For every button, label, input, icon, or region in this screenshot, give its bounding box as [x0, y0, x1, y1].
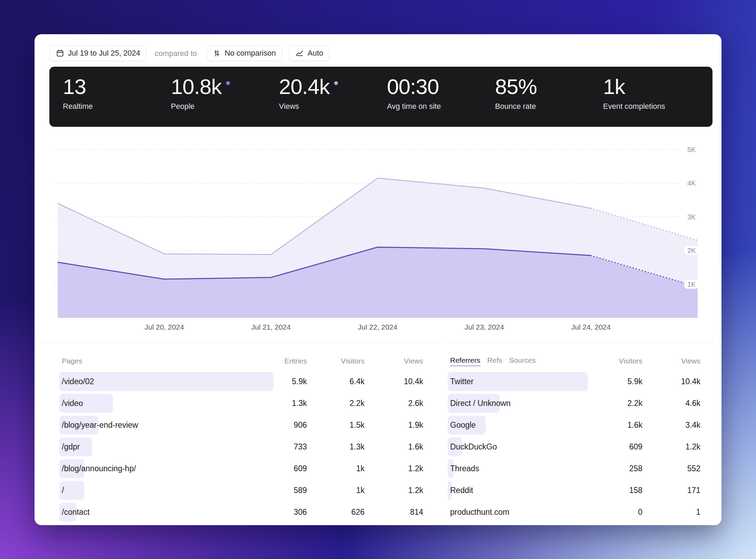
row-views: 4.6k: [642, 399, 700, 408]
line-chart-icon: [295, 49, 304, 57]
table-rows: /video/025.9k6.4k10.4k/video1.3k2.2k2.6k…: [43, 371, 437, 523]
tab-sources[interactable]: Sources: [509, 356, 536, 364]
table-row[interactable]: Twitter5.9k10.4k: [444, 371, 713, 392]
row-label: /: [62, 486, 64, 495]
pages-panel: PagesEntriesVisitorsViews/video/025.9k6.…: [43, 343, 437, 525]
row-label: Reddit: [450, 486, 473, 495]
series-color-dot: [226, 81, 230, 85]
x-axis-label: Jul 22, 2024: [358, 323, 397, 331]
interval-label: Auto: [308, 49, 323, 58]
row-label: /video/02: [62, 377, 94, 386]
row-views: 814: [365, 508, 423, 517]
table-row[interactable]: /video/025.9k6.4k10.4k: [43, 371, 437, 392]
row-visitors: 609: [584, 442, 642, 452]
table-row[interactable]: /blog/announcing-hp/6091k1.2k: [43, 458, 437, 480]
table-row[interactable]: Google1.6k3.4k: [444, 414, 713, 436]
row-label: DuckDuckGo: [450, 442, 497, 451]
table-row[interactable]: /video1.3k2.2k2.6k: [43, 392, 437, 414]
row-views: 1.6k: [365, 442, 423, 452]
table-row[interactable]: producthunt.com01: [444, 501, 713, 523]
y-axis-label: 5K: [684, 145, 699, 154]
stats-bar: 13Realtime10.8kPeople20.4kViews00:30Avg …: [49, 67, 713, 127]
stat-value: 1k: [603, 75, 625, 98]
x-axis-label: Jul 24, 2024: [571, 323, 611, 331]
row-views: 1.2k: [365, 464, 423, 473]
row-entries: 306: [248, 508, 307, 517]
row-visitors: 626: [307, 508, 365, 517]
compared-to-label: compared to: [155, 49, 197, 58]
tab-referrers[interactable]: Referrers: [450, 356, 481, 366]
x-axis-label: Jul 21, 2024: [251, 323, 291, 331]
row-entries: 609: [248, 464, 307, 473]
table-header: PagesEntriesVisitorsViews: [43, 356, 437, 367]
row-views: 1.2k: [642, 442, 700, 452]
column-header-views: Views: [365, 357, 423, 365]
row-visitors: 1.3k: [307, 442, 365, 452]
stat-value: 13: [63, 75, 86, 98]
row-visitors: 2.2k: [307, 399, 365, 408]
row-visitors: 1.5k: [307, 420, 365, 430]
column-header-entries: Entries: [248, 357, 307, 365]
y-axis-label: 3K: [684, 212, 699, 221]
row-views: 1.9k: [365, 420, 423, 430]
row-views: 171: [642, 486, 700, 495]
stat-value: 20.4k: [279, 75, 330, 98]
table-row[interactable]: Threads258552: [444, 458, 713, 480]
row-entries: 733: [248, 442, 307, 452]
tab-refs[interactable]: Refs: [487, 356, 502, 364]
table-row[interactable]: /contact306626814: [43, 501, 437, 523]
table-row[interactable]: Reddit158171: [444, 480, 713, 501]
stat-label: Event completions: [603, 102, 711, 111]
row-label: Twitter: [450, 377, 474, 386]
table-rows: Twitter5.9k10.4kDirect / Unknown2.2k4.6k…: [444, 371, 713, 523]
stat-label: Views: [279, 102, 387, 111]
stat-value: 00:30: [387, 75, 439, 98]
row-views: 1.2k: [365, 486, 423, 495]
table-row[interactable]: Direct / Unknown2.2k4.6k: [444, 392, 713, 414]
column-header-visitors: Visitors: [584, 357, 642, 365]
row-visitors: 1.6k: [584, 420, 642, 430]
stat-value: 85%: [495, 75, 537, 98]
row-entries: 1.3k: [248, 399, 307, 408]
stat-label: Bounce rate: [495, 102, 603, 111]
stat-label: People: [171, 102, 279, 111]
stat-people: 10.8kPeople: [171, 67, 279, 111]
table-row[interactable]: DuckDuckGo6091.2k: [444, 436, 713, 458]
y-axis-label: 1K: [684, 280, 699, 289]
stat-bounce-rate: 85%Bounce rate: [495, 67, 603, 111]
row-views: 2.6k: [365, 399, 423, 408]
dashboard-card: Jul 19 to Jul 25, 2024 compared to No co…: [35, 34, 721, 525]
stat-label: Avg time on site: [387, 102, 495, 111]
stat-avg-time-on-site: 00:30Avg time on site: [387, 67, 495, 111]
row-visitors: 258: [584, 464, 642, 473]
y-axis-label: 2K: [684, 246, 699, 255]
column-header-views: Views: [642, 357, 700, 365]
row-label: /blog/announcing-hp/: [62, 464, 136, 473]
table-header: ReferrersRefsSourcesVisitorsViews: [444, 356, 713, 367]
row-label: Direct / Unknown: [450, 399, 511, 408]
table-row[interactable]: /blog/year-end-review9061.5k1.9k: [43, 414, 437, 436]
row-visitors: 5.9k: [584, 377, 642, 386]
comparison-sliders-icon: [213, 49, 221, 57]
row-views: 10.4k: [642, 377, 700, 386]
row-views: 3.4k: [642, 420, 700, 430]
interval-button[interactable]: Auto: [289, 45, 329, 61]
table-row[interactable]: /gdpr7331.3k1.6k: [43, 436, 437, 458]
row-visitors: 6.4k: [307, 377, 365, 386]
traffic-chart: 1K2K3K4K5KJul 20, 2024Jul 21, 2024Jul 22…: [41, 136, 715, 344]
row-label: producthunt.com: [450, 508, 509, 517]
stat-event-completions: 1kEvent completions: [603, 67, 711, 111]
stat-views: 20.4kViews: [279, 67, 387, 111]
series-color-dot: [334, 81, 338, 85]
table-title: Pages: [62, 357, 248, 365]
row-label: /contact: [62, 508, 90, 517]
calendar-icon: [56, 49, 64, 57]
date-range-button[interactable]: Jul 19 to Jul 25, 2024: [50, 45, 146, 61]
column-header-visitors: Visitors: [307, 357, 365, 365]
x-axis-label: Jul 23, 2024: [465, 323, 504, 331]
row-label: /video: [62, 399, 83, 408]
comparison-button[interactable]: No comparison: [206, 45, 282, 61]
referrers-panel: ReferrersRefsSourcesVisitorsViewsTwitter…: [444, 343, 713, 525]
table-row[interactable]: /5891k1.2k: [43, 480, 437, 501]
area-chart-svg: [41, 136, 715, 344]
